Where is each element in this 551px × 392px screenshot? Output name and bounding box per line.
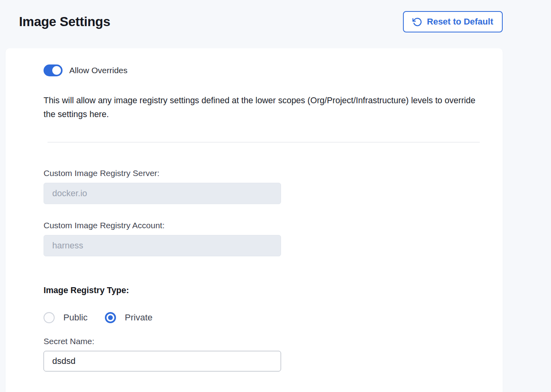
image-settings-card: Allow Overrides This will allow any imag… xyxy=(6,48,503,392)
radio-public-circle[interactable] xyxy=(44,312,55,323)
registry-server-label: Custom Image Registry Server: xyxy=(44,169,480,178)
reset-button-label: Reset to Default xyxy=(427,17,493,27)
registry-server-field: Custom Image Registry Server: xyxy=(44,169,480,204)
radio-private-circle[interactable] xyxy=(105,312,116,323)
registry-type-label: Image Registry Type: xyxy=(44,286,480,295)
allow-overrides-toggle[interactable] xyxy=(44,64,63,76)
toggle-knob xyxy=(52,66,61,75)
allow-overrides-label: Allow Overrides xyxy=(69,66,127,75)
radio-option-private[interactable]: Private xyxy=(105,312,152,323)
registry-account-input[interactable] xyxy=(44,235,281,256)
overrides-description: This will allow any image registry setti… xyxy=(44,94,480,121)
registry-type-options: Public Private xyxy=(44,312,480,323)
registry-account-label: Custom Image Registry Account: xyxy=(44,221,480,230)
allow-overrides-row: Allow Overrides xyxy=(44,64,480,76)
radio-option-public[interactable]: Public xyxy=(44,312,87,323)
section-divider xyxy=(48,142,480,142)
secret-name-field: Secret Name: xyxy=(44,337,480,371)
page-title: Image Settings xyxy=(19,14,110,29)
page-header: Image Settings Reset to Default xyxy=(0,0,551,32)
secret-name-label: Secret Name: xyxy=(44,337,480,346)
reset-to-default-button[interactable]: Reset to Default xyxy=(403,11,503,32)
radio-private-label: Private xyxy=(125,312,152,323)
registry-server-input[interactable] xyxy=(44,183,281,204)
radio-public-label: Public xyxy=(63,312,87,323)
registry-account-field: Custom Image Registry Account: xyxy=(44,221,480,256)
secret-name-input[interactable] xyxy=(44,351,281,371)
rotate-ccw-icon xyxy=(412,17,422,27)
registry-type-field: Image Registry Type: Public Private xyxy=(44,286,480,323)
